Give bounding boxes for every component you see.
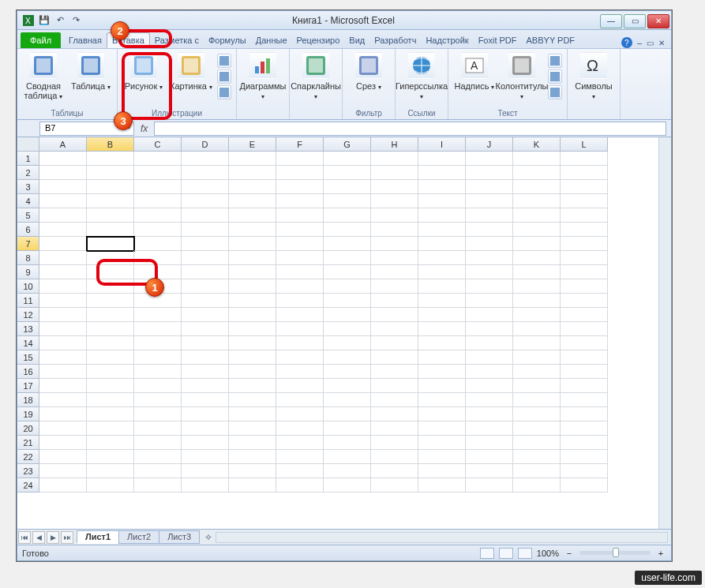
cell[interactable]: [182, 194, 229, 208]
cell[interactable]: [182, 450, 229, 464]
cell[interactable]: [513, 251, 561, 265]
cell[interactable]: [418, 251, 466, 265]
cell[interactable]: [418, 450, 466, 464]
ribbon-tab-4[interactable]: Данные: [251, 32, 292, 48]
cell[interactable]: [229, 322, 276, 336]
column-header[interactable]: D: [182, 137, 229, 152]
screenshot-button[interactable]: [217, 85, 231, 99]
cell[interactable]: [324, 194, 371, 208]
cell[interactable]: [276, 194, 324, 208]
cell[interactable]: [87, 407, 134, 421]
cell[interactable]: [513, 365, 561, 379]
cell[interactable]: [87, 308, 134, 322]
cell[interactable]: [134, 166, 182, 180]
ribbon-tab-3[interactable]: Формулы: [204, 32, 251, 48]
cell[interactable]: [134, 208, 182, 223]
cell[interactable]: [418, 336, 466, 350]
cell[interactable]: [561, 322, 608, 336]
ribbon-tab-9[interactable]: Foxit PDF: [474, 32, 522, 48]
cell[interactable]: [466, 350, 513, 365]
cell[interactable]: [513, 478, 561, 492]
cell[interactable]: [324, 436, 371, 450]
table-button[interactable]: Таблица ▾: [69, 52, 112, 92]
cell[interactable]: [229, 152, 276, 166]
cell[interactable]: [276, 279, 324, 294]
cell[interactable]: [276, 379, 324, 393]
cell[interactable]: [87, 421, 134, 436]
cell[interactable]: [513, 393, 561, 407]
cell[interactable]: [561, 478, 608, 492]
close-button[interactable]: ✕: [647, 14, 669, 28]
cell[interactable]: [466, 152, 513, 166]
cell[interactable]: [276, 180, 324, 194]
cell[interactable]: [276, 166, 324, 180]
cell[interactable]: [561, 223, 608, 237]
select-all-corner[interactable]: [17, 137, 39, 152]
cell[interactable]: [229, 265, 276, 279]
cell[interactable]: [513, 208, 561, 223]
cell[interactable]: [466, 365, 513, 379]
cell[interactable]: [466, 279, 513, 294]
cell[interactable]: [466, 322, 513, 336]
cell[interactable]: [371, 166, 418, 180]
view-layout-button[interactable]: [499, 548, 513, 559]
cell[interactable]: [134, 237, 182, 251]
cell[interactable]: [39, 464, 87, 478]
cell[interactable]: [324, 166, 371, 180]
cell[interactable]: [324, 265, 371, 279]
column-header[interactable]: B: [87, 137, 134, 152]
vertical-scrollbar[interactable]: [658, 137, 671, 529]
cell[interactable]: [87, 294, 134, 308]
cell[interactable]: [182, 336, 229, 350]
cell[interactable]: [87, 336, 134, 350]
cell[interactable]: [182, 350, 229, 365]
cell[interactable]: [324, 223, 371, 237]
cell[interactable]: [324, 336, 371, 350]
row-header[interactable]: 1: [17, 152, 39, 166]
cell[interactable]: [134, 336, 182, 350]
column-header[interactable]: G: [324, 137, 371, 152]
cell[interactable]: [39, 365, 87, 379]
cell[interactable]: [561, 194, 608, 208]
clipart-button[interactable]: Картинка ▾: [170, 52, 212, 92]
cell[interactable]: [513, 265, 561, 279]
object-button[interactable]: [548, 85, 562, 99]
cell[interactable]: [371, 194, 418, 208]
cell[interactable]: [87, 194, 134, 208]
cell[interactable]: [466, 166, 513, 180]
cell[interactable]: [182, 421, 229, 436]
wordart-button[interactable]: [548, 54, 562, 68]
cell[interactable]: [87, 450, 134, 464]
cell[interactable]: [276, 436, 324, 450]
cell[interactable]: [276, 237, 324, 251]
undo-icon[interactable]: ↶: [54, 14, 66, 27]
cell[interactable]: [229, 180, 276, 194]
cell[interactable]: [371, 265, 418, 279]
cell[interactable]: [371, 393, 418, 407]
cell[interactable]: [418, 379, 466, 393]
cell[interactable]: [276, 322, 324, 336]
cell[interactable]: [371, 464, 418, 478]
cell[interactable]: [87, 223, 134, 237]
cell[interactable]: [229, 251, 276, 265]
cell[interactable]: [276, 464, 324, 478]
cell[interactable]: [324, 251, 371, 265]
cell[interactable]: [229, 336, 276, 350]
cell[interactable]: [561, 450, 608, 464]
cell[interactable]: [324, 421, 371, 436]
column-header[interactable]: E: [229, 137, 276, 152]
textbox-button[interactable]: AНадпись ▾: [453, 52, 496, 92]
cell[interactable]: [513, 421, 561, 436]
cell[interactable]: [276, 152, 324, 166]
cell[interactable]: [134, 350, 182, 365]
cell[interactable]: [513, 166, 561, 180]
cell[interactable]: [418, 393, 466, 407]
cell[interactable]: [466, 251, 513, 265]
row-header[interactable]: 6: [17, 223, 39, 237]
cell[interactable]: [418, 223, 466, 237]
cell[interactable]: [276, 350, 324, 365]
cell[interactable]: [371, 450, 418, 464]
cell[interactable]: [561, 464, 608, 478]
cell[interactable]: [466, 208, 513, 223]
cell[interactable]: [229, 279, 276, 294]
